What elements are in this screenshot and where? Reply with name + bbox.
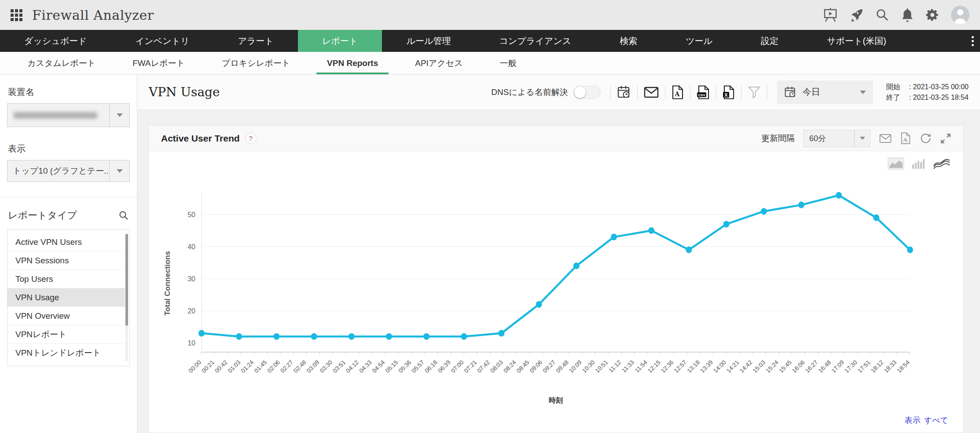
report-type-vpn-usage[interactable]: VPN Usage <box>7 288 125 307</box>
bar-chart-icon[interactable] <box>911 157 926 170</box>
nav-item-compliance[interactable]: コンプライアンス <box>475 30 595 52</box>
svg-text:03:51: 03:51 <box>332 359 347 375</box>
svg-text:時刻: 時刻 <box>549 397 563 404</box>
report-type-vpn-sessions[interactable]: VPN Sessions <box>7 251 125 270</box>
csv-icon[interactable]: CSV <box>697 85 710 99</box>
expand-icon[interactable] <box>940 133 951 144</box>
filter-icon[interactable] <box>748 86 761 99</box>
page-header: VPN Usage DNSによる名前解決 A <box>137 75 980 110</box>
svg-text:10: 10 <box>187 339 195 347</box>
nav-item-tools[interactable]: ツール <box>661 30 737 52</box>
svg-text:02:48: 02:48 <box>292 359 308 375</box>
tab-general[interactable]: 一般 <box>481 52 535 74</box>
svg-text:18:54: 18:54 <box>896 359 911 374</box>
nav-item-reports[interactable]: レポート <box>298 30 382 52</box>
nav-item-rule-management[interactable]: ルール管理 <box>382 30 475 52</box>
line-chart-icon[interactable] <box>933 157 950 170</box>
end-value: : 2021-03-25 18:54 <box>909 92 969 103</box>
report-time-range: 開始: 2021-03-25 00:00 終了: 2021-03-25 18:5… <box>886 82 969 103</box>
show-all-link[interactable]: 表示 すべて <box>905 415 948 426</box>
tab-fwa-reports[interactable]: FWAレポート <box>114 52 203 74</box>
refresh-interval-select[interactable]: 60分 <box>804 130 870 147</box>
svg-text:07:00: 07:00 <box>450 359 465 375</box>
svg-text:CSV: CSV <box>698 93 705 97</box>
nav-item-search[interactable]: 検索 <box>595 30 661 52</box>
svg-text:12:36: 12:36 <box>660 359 675 375</box>
nav-item-alerts[interactable]: アラート <box>214 30 298 52</box>
svg-text:02:06: 02:06 <box>266 359 282 375</box>
report-type-top-users[interactable]: Top Users <box>7 270 125 288</box>
chevron-down-icon <box>854 130 870 147</box>
svg-text:03:30: 03:30 <box>319 359 334 375</box>
report-type-vpn-overview[interactable]: VPN Overview <box>7 307 125 325</box>
search-icon[interactable] <box>118 210 129 221</box>
scrollbar-track <box>125 234 128 361</box>
svg-text:08:24: 08:24 <box>502 359 518 374</box>
gear-icon[interactable] <box>925 8 940 22</box>
tab-api-access[interactable]: APIアクセス <box>396 52 481 74</box>
date-range-value: 今日 <box>803 86 854 98</box>
dns-resolve-label: DNSによる名前解決 <box>491 87 568 98</box>
pdf-icon[interactable]: A <box>672 85 684 99</box>
nav-item-inventory[interactable]: インベントリ <box>111 30 214 52</box>
kebab-menu-icon[interactable] <box>972 30 974 52</box>
device-name-label: 装置名 <box>8 86 130 98</box>
nav-item-dashboard[interactable]: ダッシュボード <box>0 30 111 52</box>
svg-text:05:36: 05:36 <box>397 359 413 375</box>
card-title: Active User Trend <box>161 133 240 144</box>
mail-icon[interactable] <box>879 134 892 143</box>
refresh-icon[interactable] <box>920 132 932 144</box>
help-icon[interactable]: ? <box>245 133 257 144</box>
tab-proxy-reports[interactable]: プロキシレポート <box>203 52 308 74</box>
bell-icon[interactable] <box>901 8 914 22</box>
report-type-vpn-trend-report[interactable]: VPNトレンドレポート <box>7 344 125 362</box>
pdf-icon[interactable]: A <box>900 132 911 144</box>
apps-grid-icon[interactable] <box>11 9 22 21</box>
svg-text:30: 30 <box>187 275 195 283</box>
scrollbar-thumb[interactable] <box>125 234 128 326</box>
start-value: : 2021-03-25 00:00 <box>909 82 969 92</box>
display-label: 表示 <box>8 143 130 155</box>
rocket-icon[interactable] <box>850 8 864 22</box>
device-name-select[interactable] <box>7 103 130 127</box>
top-bar: Firewall Analyzer <box>0 0 980 30</box>
mail-icon[interactable] <box>644 87 659 98</box>
presentation-icon[interactable] <box>822 8 838 22</box>
calendar-clock-icon <box>784 86 796 98</box>
nav-item-support-us[interactable]: サポート(米国) <box>803 30 910 52</box>
main-nav: ダッシュボードインベントリアラートレポートルール管理コンプライアンス検索ツール設… <box>0 30 980 52</box>
search-icon[interactable] <box>875 8 889 22</box>
svg-text:00:21: 00:21 <box>200 359 216 375</box>
svg-text:18:12: 18:12 <box>870 359 885 375</box>
chevron-down-icon <box>860 91 866 94</box>
tab-vpn-reports[interactable]: VPN Reports <box>308 52 396 74</box>
svg-text:01:45: 01:45 <box>253 359 268 375</box>
svg-text:16:06: 16:06 <box>791 359 806 375</box>
display-select[interactable]: トップ10 (グラフとテー... <box>7 160 130 182</box>
sidebar-divider <box>0 197 137 197</box>
svg-text:08:45: 08:45 <box>515 359 531 375</box>
report-type-active-vpn-users[interactable]: Active VPN Users <box>7 233 125 251</box>
tab-custom-reports[interactable]: カスタムレポート <box>9 52 114 74</box>
area-chart-icon[interactable] <box>888 157 904 170</box>
date-range-select[interactable]: 今日 <box>777 80 873 104</box>
svg-text:17:51: 17:51 <box>856 359 872 375</box>
app-title: Firewall Analyzer <box>32 7 154 23</box>
nav-item-settings[interactable]: 設定 <box>737 30 803 52</box>
chart-type-switcher <box>888 157 950 170</box>
avatar[interactable] <box>951 6 969 24</box>
report-type-vpn-report[interactable]: VPNレポート <box>7 325 125 344</box>
svg-text:15:03: 15:03 <box>752 359 767 375</box>
svg-text:40: 40 <box>187 243 195 251</box>
dns-resolve-toggle[interactable] <box>573 86 601 99</box>
excel-icon[interactable]: X <box>723 85 735 99</box>
main-content: VPN Usage DNSによる名前解決 A <box>137 75 980 433</box>
schedule-icon[interactable] <box>617 85 631 99</box>
svg-text:05:57: 05:57 <box>410 359 426 375</box>
svg-text:01:24: 01:24 <box>240 359 255 374</box>
svg-text:17:09: 17:09 <box>830 359 846 375</box>
show-all-link-label: 表示 <box>905 415 921 426</box>
svg-text:07:21: 07:21 <box>463 359 478 375</box>
svg-text:13:39: 13:39 <box>699 359 714 375</box>
svg-text:09:48: 09:48 <box>554 359 570 375</box>
